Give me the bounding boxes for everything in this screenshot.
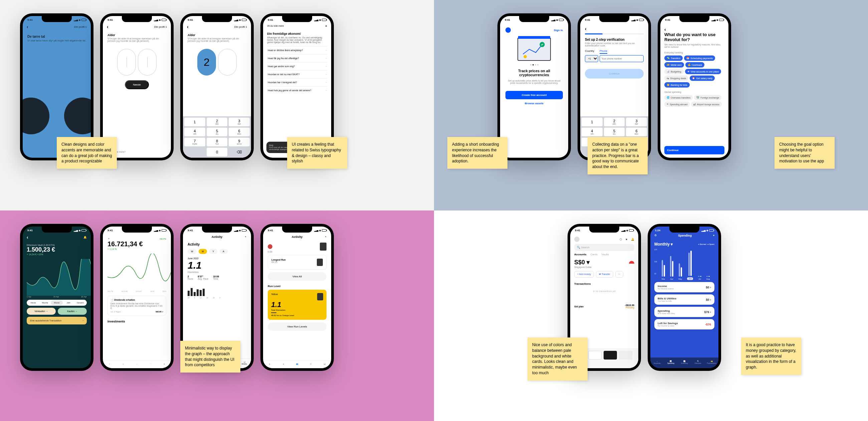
key-2[interactable]: 2ABC <box>207 118 228 126</box>
key-1[interactable]: 1 <box>184 118 205 126</box>
chip-kids[interactable]: 👶 Banking for kids <box>664 82 690 88</box>
avatar[interactable] <box>268 244 272 249</box>
longest-run-card[interactable]: Longest Run09.13 <box>268 255 327 270</box>
month-lbl[interactable]: Jul <box>699 278 701 280</box>
key-4[interactable]: 4GHI <box>582 128 602 136</box>
bell-icon[interactable]: 🔔 <box>84 236 87 239</box>
seg-a[interactable]: A <box>219 249 228 254</box>
chip-lounge[interactable]: 🛋 Airport lounge access <box>691 102 721 107</box>
list-item[interactable]: Hvordan er det nu med SKAT? <box>267 70 327 78</box>
cat[interactable]: MONAT <box>136 290 142 292</box>
tab-vaults[interactable]: Vaults <box>601 253 609 256</box>
bell-icon[interactable]: 🔔 <box>631 238 634 241</box>
digit-input[interactable] <box>138 49 157 76</box>
seg-heute[interactable]: Heute <box>27 300 39 305</box>
key-6[interactable]: 6MNO <box>229 128 250 136</box>
card-mini[interactable] <box>603 351 617 360</box>
back-icon[interactable] <box>107 24 108 29</box>
transaction-row[interactable]: Eine ausstehende Transaktion› <box>27 317 87 325</box>
tab[interactable]: ▶ <box>263 363 277 365</box>
row-bills[interactable]: Bills & UtilitiesYou had no bills$0 › <box>654 294 714 305</box>
tab[interactable]: 📊 <box>317 363 331 365</box>
sell-button[interactable]: Verkaufen → <box>27 308 56 315</box>
tab-investing[interactable]: 📈Investing <box>678 360 691 364</box>
browse-assets-link[interactable]: Browse assets <box>505 102 563 105</box>
month-lbl[interactable]: Aug <box>706 278 710 280</box>
avatar[interactable] <box>574 236 580 242</box>
list-item[interactable]: Hvordan har I beregnet det? <box>267 78 327 86</box>
month-lbl[interactable]: Jun <box>687 277 693 280</box>
plus-icon[interactable]: + <box>325 235 327 238</box>
view-all-button[interactable]: View All <box>268 272 327 281</box>
back-icon[interactable] <box>187 24 189 29</box>
list-item[interactable]: Hvad gør andre som mig? <box>267 62 327 70</box>
row-savings[interactable]: Left for SavingsNo income to save-$76 <box>654 319 714 330</box>
tab-icon[interactable]: ◎ <box>117 363 130 365</box>
chip-shopping[interactable]: 🛍 Shopping deals <box>664 76 688 81</box>
key-7[interactable]: 7PQRS <box>184 138 205 146</box>
more-button[interactable]: ··· <box>615 271 623 278</box>
tab-icon[interactable]: ≡ <box>103 363 117 365</box>
seg-gesamt[interactable]: Gesamt <box>74 300 86 305</box>
key-5[interactable]: 5JKL <box>604 128 625 136</box>
seg-y[interactable]: Y <box>209 249 217 254</box>
chevron-down-icon[interactable]: ▾ <box>713 234 714 237</box>
key-6[interactable]: 6MNO <box>626 128 647 136</box>
month-lbl[interactable]: Apr <box>670 278 673 280</box>
list-item[interactable]: Hvad får jeg fra det offentlige? <box>267 54 327 62</box>
cat[interactable]: JAHR <box>150 290 155 292</box>
back-icon[interactable] <box>27 24 28 29</box>
level-card[interactable]: Yellow 1.1 Total Kilometres 48.82 km to … <box>268 290 327 320</box>
row-spending[interactable]: Spending$79 more than May$76 › <box>654 307 714 317</box>
country-select[interactable]: +1 <box>585 55 598 62</box>
tab[interactable]: 👥 <box>290 363 304 365</box>
key-9[interactable]: 9WXYZ <box>229 138 250 146</box>
more-link[interactable]: MEHR > <box>156 311 163 313</box>
tab-transactions[interactable]: 💳Transactions <box>705 360 718 364</box>
signin-link[interactable]: Sign in <box>554 29 563 32</box>
key-0[interactable]: 0 <box>207 148 228 157</box>
month-lbl[interactable]: Mar <box>662 278 665 280</box>
sticky-note[interactable]: Nice use of colors and balance between p… <box>527 337 588 381</box>
seg-m[interactable]: M <box>199 249 207 254</box>
period-dropdown[interactable]: Monthly ▾ <box>654 242 673 247</box>
row-income[interactable]: IncomeNo income events$0 › <box>654 282 714 292</box>
key-1[interactable]: 1 <box>582 118 602 126</box>
tab-icon[interactable]: ⌂ <box>130 363 144 365</box>
close-icon[interactable]: ⊗ <box>325 25 327 27</box>
sticky-note[interactable]: Choosing the goal option might be helpfu… <box>775 137 835 169</box>
list-item[interactable]: Hvad hvis jeg gerne vil sende det senere… <box>267 86 327 94</box>
chip-scheduling[interactable]: 📅 Scheduling payments <box>684 55 715 61</box>
continue-button[interactable]: Continue <box>585 69 644 79</box>
key-4[interactable]: 4GHI <box>184 128 205 136</box>
chip-accounts[interactable]: 👁 View accounts in one place <box>685 69 721 74</box>
chip-transfers[interactable]: 💸 Transfers <box>664 55 683 61</box>
chip-abroad[interactable]: ✈ Spending abroad <box>664 102 690 107</box>
card-mini[interactable] <box>619 351 632 360</box>
digit-input[interactable] <box>117 49 136 76</box>
key-3[interactable]: 3DEF <box>626 118 647 126</box>
chip-overseas[interactable]: 🌐 Overseas transfers <box>664 95 693 100</box>
gear-icon[interactable]: ⚙ <box>654 234 657 237</box>
cat[interactable]: HEUTE <box>107 290 113 292</box>
back-icon[interactable] <box>27 234 28 240</box>
transfer-button[interactable]: ⇄ Transfer <box>596 271 613 278</box>
chip-cashback[interactable]: 💰 Cashback <box>685 62 705 67</box>
tab-icon[interactable]: ◆ <box>157 363 171 365</box>
digit-input[interactable]: 2 <box>197 49 216 76</box>
key-3[interactable]: 3DEF <box>229 118 250 126</box>
cat[interactable]: WOCHE <box>122 290 128 292</box>
seg-jahr[interactable]: Jahr <box>63 300 74 305</box>
tab-spending[interactable]: 📊Spending <box>664 360 678 364</box>
buy-button[interactable]: Kaufen → <box>58 308 87 315</box>
tab-icon[interactable]: ♡ <box>144 363 157 365</box>
sticky-note[interactable]: It is a good practice to have money grou… <box>741 337 801 375</box>
seg-woche[interactable]: Woche <box>39 300 51 305</box>
search-input[interactable]: 🔍 Search <box>574 244 634 251</box>
view-levels-button[interactable]: View Run Levels <box>268 322 327 331</box>
key-delete[interactable]: ⌫ <box>229 148 250 157</box>
chip-metal[interactable]: 💳 Metal card <box>664 62 684 67</box>
phone-field[interactable] <box>599 55 644 62</box>
plus-icon[interactable]: + <box>245 235 246 238</box>
month-label[interactable]: June 2022 <box>188 257 246 260</box>
